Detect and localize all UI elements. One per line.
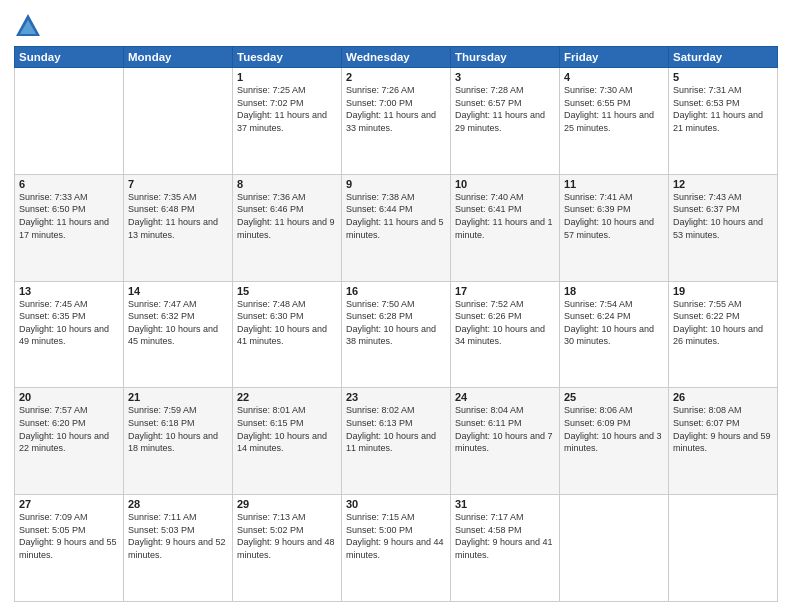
calendar-cell: 2Sunrise: 7:26 AM Sunset: 7:00 PM Daylig… xyxy=(342,68,451,175)
calendar-cell: 3Sunrise: 7:28 AM Sunset: 6:57 PM Daylig… xyxy=(451,68,560,175)
day-info: Sunrise: 7:41 AM Sunset: 6:39 PM Dayligh… xyxy=(564,191,664,241)
calendar-cell: 17Sunrise: 7:52 AM Sunset: 6:26 PM Dayli… xyxy=(451,281,560,388)
day-info: Sunrise: 7:54 AM Sunset: 6:24 PM Dayligh… xyxy=(564,298,664,348)
day-number: 11 xyxy=(564,178,664,190)
day-number: 28 xyxy=(128,498,228,510)
day-number: 4 xyxy=(564,71,664,83)
day-number: 31 xyxy=(455,498,555,510)
day-number: 26 xyxy=(673,391,773,403)
calendar-cell: 15Sunrise: 7:48 AM Sunset: 6:30 PM Dayli… xyxy=(233,281,342,388)
calendar-cell: 21Sunrise: 7:59 AM Sunset: 6:18 PM Dayli… xyxy=(124,388,233,495)
day-info: Sunrise: 7:36 AM Sunset: 6:46 PM Dayligh… xyxy=(237,191,337,241)
day-number: 16 xyxy=(346,285,446,297)
day-number: 10 xyxy=(455,178,555,190)
weekday-header-monday: Monday xyxy=(124,47,233,68)
day-info: Sunrise: 8:02 AM Sunset: 6:13 PM Dayligh… xyxy=(346,404,446,454)
calendar-cell xyxy=(669,495,778,602)
day-info: Sunrise: 7:28 AM Sunset: 6:57 PM Dayligh… xyxy=(455,84,555,134)
day-info: Sunrise: 7:52 AM Sunset: 6:26 PM Dayligh… xyxy=(455,298,555,348)
day-number: 5 xyxy=(673,71,773,83)
calendar-cell: 11Sunrise: 7:41 AM Sunset: 6:39 PM Dayli… xyxy=(560,174,669,281)
day-number: 27 xyxy=(19,498,119,510)
day-info: Sunrise: 7:26 AM Sunset: 7:00 PM Dayligh… xyxy=(346,84,446,134)
day-number: 17 xyxy=(455,285,555,297)
weekday-header-row: SundayMondayTuesdayWednesdayThursdayFrid… xyxy=(15,47,778,68)
calendar-cell: 9Sunrise: 7:38 AM Sunset: 6:44 PM Daylig… xyxy=(342,174,451,281)
calendar-cell: 30Sunrise: 7:15 AM Sunset: 5:00 PM Dayli… xyxy=(342,495,451,602)
day-number: 20 xyxy=(19,391,119,403)
calendar-page: SundayMondayTuesdayWednesdayThursdayFrid… xyxy=(0,0,792,612)
day-number: 6 xyxy=(19,178,119,190)
day-info: Sunrise: 7:13 AM Sunset: 5:02 PM Dayligh… xyxy=(237,511,337,561)
day-number: 8 xyxy=(237,178,337,190)
day-info: Sunrise: 7:43 AM Sunset: 6:37 PM Dayligh… xyxy=(673,191,773,241)
day-number: 22 xyxy=(237,391,337,403)
calendar-cell: 8Sunrise: 7:36 AM Sunset: 6:46 PM Daylig… xyxy=(233,174,342,281)
day-info: Sunrise: 8:01 AM Sunset: 6:15 PM Dayligh… xyxy=(237,404,337,454)
calendar-cell: 28Sunrise: 7:11 AM Sunset: 5:03 PM Dayli… xyxy=(124,495,233,602)
calendar-cell: 19Sunrise: 7:55 AM Sunset: 6:22 PM Dayli… xyxy=(669,281,778,388)
calendar-cell: 31Sunrise: 7:17 AM Sunset: 4:58 PM Dayli… xyxy=(451,495,560,602)
day-number: 15 xyxy=(237,285,337,297)
day-info: Sunrise: 7:45 AM Sunset: 6:35 PM Dayligh… xyxy=(19,298,119,348)
day-info: Sunrise: 8:06 AM Sunset: 6:09 PM Dayligh… xyxy=(564,404,664,454)
calendar-cell: 14Sunrise: 7:47 AM Sunset: 6:32 PM Dayli… xyxy=(124,281,233,388)
calendar-cell: 12Sunrise: 7:43 AM Sunset: 6:37 PM Dayli… xyxy=(669,174,778,281)
calendar-table: SundayMondayTuesdayWednesdayThursdayFrid… xyxy=(14,46,778,602)
day-info: Sunrise: 7:50 AM Sunset: 6:28 PM Dayligh… xyxy=(346,298,446,348)
weekday-header-wednesday: Wednesday xyxy=(342,47,451,68)
day-number: 7 xyxy=(128,178,228,190)
day-number: 23 xyxy=(346,391,446,403)
day-info: Sunrise: 7:15 AM Sunset: 5:00 PM Dayligh… xyxy=(346,511,446,561)
weekday-header-thursday: Thursday xyxy=(451,47,560,68)
calendar-cell: 5Sunrise: 7:31 AM Sunset: 6:53 PM Daylig… xyxy=(669,68,778,175)
day-number: 18 xyxy=(564,285,664,297)
day-number: 30 xyxy=(346,498,446,510)
day-info: Sunrise: 7:57 AM Sunset: 6:20 PM Dayligh… xyxy=(19,404,119,454)
calendar-cell: 29Sunrise: 7:13 AM Sunset: 5:02 PM Dayli… xyxy=(233,495,342,602)
header xyxy=(14,12,778,40)
calendar-cell: 1Sunrise: 7:25 AM Sunset: 7:02 PM Daylig… xyxy=(233,68,342,175)
day-info: Sunrise: 7:31 AM Sunset: 6:53 PM Dayligh… xyxy=(673,84,773,134)
calendar-cell: 27Sunrise: 7:09 AM Sunset: 5:05 PM Dayli… xyxy=(15,495,124,602)
day-number: 9 xyxy=(346,178,446,190)
weekday-header-saturday: Saturday xyxy=(669,47,778,68)
calendar-cell: 26Sunrise: 8:08 AM Sunset: 6:07 PM Dayli… xyxy=(669,388,778,495)
logo xyxy=(14,12,46,40)
day-info: Sunrise: 7:09 AM Sunset: 5:05 PM Dayligh… xyxy=(19,511,119,561)
day-number: 13 xyxy=(19,285,119,297)
day-info: Sunrise: 7:35 AM Sunset: 6:48 PM Dayligh… xyxy=(128,191,228,241)
day-info: Sunrise: 7:17 AM Sunset: 4:58 PM Dayligh… xyxy=(455,511,555,561)
calendar-cell xyxy=(560,495,669,602)
day-info: Sunrise: 7:38 AM Sunset: 6:44 PM Dayligh… xyxy=(346,191,446,241)
day-info: Sunrise: 7:30 AM Sunset: 6:55 PM Dayligh… xyxy=(564,84,664,134)
day-info: Sunrise: 7:33 AM Sunset: 6:50 PM Dayligh… xyxy=(19,191,119,241)
day-number: 14 xyxy=(128,285,228,297)
calendar-cell: 10Sunrise: 7:40 AM Sunset: 6:41 PM Dayli… xyxy=(451,174,560,281)
day-info: Sunrise: 7:25 AM Sunset: 7:02 PM Dayligh… xyxy=(237,84,337,134)
calendar-cell: 6Sunrise: 7:33 AM Sunset: 6:50 PM Daylig… xyxy=(15,174,124,281)
calendar-cell: 18Sunrise: 7:54 AM Sunset: 6:24 PM Dayli… xyxy=(560,281,669,388)
day-number: 25 xyxy=(564,391,664,403)
calendar-cell: 22Sunrise: 8:01 AM Sunset: 6:15 PM Dayli… xyxy=(233,388,342,495)
week-row-1: 1Sunrise: 7:25 AM Sunset: 7:02 PM Daylig… xyxy=(15,68,778,175)
day-number: 12 xyxy=(673,178,773,190)
calendar-cell: 4Sunrise: 7:30 AM Sunset: 6:55 PM Daylig… xyxy=(560,68,669,175)
day-number: 1 xyxy=(237,71,337,83)
calendar-cell xyxy=(15,68,124,175)
weekday-header-friday: Friday xyxy=(560,47,669,68)
week-row-4: 20Sunrise: 7:57 AM Sunset: 6:20 PM Dayli… xyxy=(15,388,778,495)
week-row-3: 13Sunrise: 7:45 AM Sunset: 6:35 PM Dayli… xyxy=(15,281,778,388)
day-number: 3 xyxy=(455,71,555,83)
day-info: Sunrise: 7:40 AM Sunset: 6:41 PM Dayligh… xyxy=(455,191,555,241)
logo-icon xyxy=(14,12,42,40)
day-number: 24 xyxy=(455,391,555,403)
calendar-cell: 20Sunrise: 7:57 AM Sunset: 6:20 PM Dayli… xyxy=(15,388,124,495)
day-info: Sunrise: 7:11 AM Sunset: 5:03 PM Dayligh… xyxy=(128,511,228,561)
day-info: Sunrise: 7:48 AM Sunset: 6:30 PM Dayligh… xyxy=(237,298,337,348)
day-info: Sunrise: 7:59 AM Sunset: 6:18 PM Dayligh… xyxy=(128,404,228,454)
calendar-cell: 24Sunrise: 8:04 AM Sunset: 6:11 PM Dayli… xyxy=(451,388,560,495)
week-row-2: 6Sunrise: 7:33 AM Sunset: 6:50 PM Daylig… xyxy=(15,174,778,281)
weekday-header-sunday: Sunday xyxy=(15,47,124,68)
day-info: Sunrise: 8:08 AM Sunset: 6:07 PM Dayligh… xyxy=(673,404,773,454)
